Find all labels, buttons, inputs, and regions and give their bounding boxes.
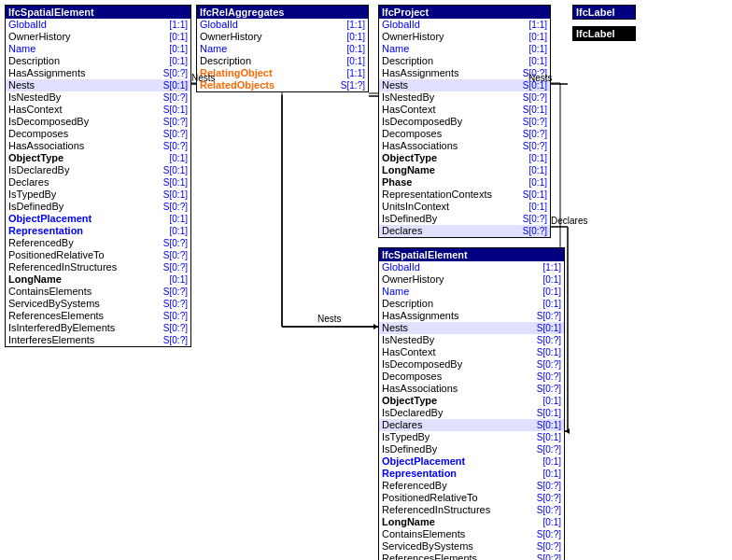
field-p-isdecomposedby: IsDecomposedBy S[0:?]: [379, 116, 550, 128]
field-s2-globalid: GlobalId [1:1]: [379, 261, 564, 273]
field-p-decomposes: Decomposes S[0:?]: [379, 128, 550, 140]
field-p-isnestedby: IsNestedBy S[0:?]: [379, 91, 550, 104]
field-p-name: Name [0:1]: [379, 43, 550, 55]
diagram-container: IfcSpatialElement GlobalId [1:1] OwnerHi…: [0, 0, 732, 560]
field-interfereselements: InterferesElements S[0:?]: [6, 334, 190, 346]
field-name: Name [0:1]: [6, 43, 190, 55]
ifc-spatial-element-box: IfcSpatialElement GlobalId [1:1] OwnerHi…: [5, 5, 191, 347]
field-s2-isdecomposedby: IsDecomposedBy S[0:?]: [379, 358, 564, 371]
field-description: Description [0:1]: [6, 55, 190, 67]
field-ra-globalid: GlobalId [1:1]: [197, 19, 368, 31]
field-referenceselements: ReferencesElements S[0:?]: [6, 310, 190, 322]
field-ra-ownerhistory: OwnerHistory [0:1]: [197, 31, 368, 43]
ifc-project-header: IfcProject: [379, 6, 550, 19]
field-s2-hascontext: HasContext S[0:1]: [379, 346, 564, 358]
ifc-spatial-element-header: IfcSpatialElement: [6, 6, 190, 19]
field-s2-name: Name [0:1]: [379, 286, 564, 298]
field-ra-name: Name [0:1]: [197, 43, 368, 55]
field-s2-objecttype: ObjectType [0:1]: [379, 395, 564, 407]
field-s2-representation: Representation [0:1]: [379, 468, 564, 480]
field-s2-referenceselements: ReferencesElements S[0:?]: [379, 553, 564, 560]
field-s2-positionedrelativeto: PositionedRelativeTo S[0:?]: [379, 492, 564, 504]
field-globalid: GlobalId [1:1]: [6, 19, 190, 31]
field-s2-servicedbysystems: ServicedBySystems S[0:?]: [379, 540, 564, 553]
field-isdecomposedby: IsDecomposedBy S[0:?]: [6, 116, 190, 128]
field-hascontext: HasContext S[0:1]: [6, 104, 190, 116]
field-s2-longname: LongName [0:1]: [379, 516, 564, 528]
field-s2-hasassignments: HasAssignments S[0:?]: [379, 310, 564, 322]
field-s2-ownerhistory: OwnerHistory [0:1]: [379, 273, 564, 286]
field-s2-isnestedby: IsNestedBy S[0:?]: [379, 334, 564, 346]
field-p-hascontext: HasContext S[0:1]: [379, 104, 550, 116]
field-s2-description: Description [0:1]: [379, 298, 564, 310]
field-ra-relatedobjects: RelatedObjects S[1:?]: [197, 79, 368, 91]
field-servicedbysystems: ServicedBySystems S[0:?]: [6, 298, 190, 310]
field-s2-objectplacement: ObjectPlacement [0:1]: [379, 455, 564, 468]
field-s2-hasassociations: HasAssociations S[0:?]: [379, 383, 564, 395]
ifc-spatial-element-2-box: IfcSpatialElement GlobalId [1:1] OwnerHi…: [378, 247, 565, 560]
field-objecttype: ObjectType [0:1]: [6, 152, 190, 164]
field-positionedrelativeto: PositionedRelativeTo S[0:?]: [6, 249, 190, 261]
field-hasassociations: HasAssociations S[0:?]: [6, 140, 190, 152]
field-s2-isdeclaredby: IsDeclaredBy S[0:1]: [379, 407, 564, 419]
field-p-isdefinedby: IsDefinedBy S[0:?]: [379, 213, 550, 225]
field-p-globalid: GlobalId [1:1]: [379, 19, 550, 31]
arrow-head-declares: [565, 428, 570, 434]
field-p-unitsincontext: UnitsInContext [0:1]: [379, 201, 550, 213]
field-p-hasassociations: HasAssociations S[0:?]: [379, 140, 550, 152]
field-s2-isdefinedby: IsDefinedBy S[0:?]: [379, 443, 564, 455]
field-objectplacement: ObjectPlacement [0:1]: [6, 213, 190, 225]
field-p-description: Description [0:1]: [379, 55, 550, 67]
field-istypedby: IsTypedBy S[0:1]: [6, 189, 190, 201]
field-p-longname: LongName [0:1]: [379, 164, 550, 176]
field-p-representationcontexts: RepresentationContexts S[0:1]: [379, 189, 550, 201]
field-p-declares: Declares S[0:?]: [379, 225, 550, 237]
field-isdefinedby: IsDefinedBy S[0:?]: [6, 201, 190, 213]
ifc-label-inner-header: IfcLabel: [573, 27, 635, 40]
field-s2-referencedinstructures: ReferencedInStructures S[0:?]: [379, 504, 564, 516]
field-decomposes: Decomposes S[0:?]: [6, 128, 190, 140]
field-referencedinstructures: ReferencedInStructures S[0:?]: [6, 261, 190, 273]
field-declares: Declares S[0:1]: [6, 176, 190, 189]
declares-label: Declares: [551, 216, 587, 226]
field-ra-description: Description [0:1]: [197, 55, 368, 67]
field-s2-nests: Nests S[0:1]: [379, 322, 564, 334]
ifc-project-box: IfcProject GlobalId [1:1] OwnerHistory […: [378, 5, 551, 238]
ifc-label-inner-box: IfcLabel: [572, 26, 636, 41]
field-isnestedby: IsNestedBy S[0:?]: [6, 91, 190, 104]
ifc-rel-aggregates-box: IfcRelAggregates GlobalId [1:1] OwnerHis…: [196, 5, 369, 92]
field-p-objecttype: ObjectType [0:1]: [379, 152, 550, 164]
field-isdeclaredby: IsDeclaredBy S[0:1]: [6, 164, 190, 176]
field-ownerhistory: OwnerHistory [0:1]: [6, 31, 190, 43]
field-referencedby: ReferencedBy S[0:?]: [6, 237, 190, 249]
ifc-rel-aggregates-header: IfcRelAggregates: [197, 6, 368, 19]
field-containselements: ContainsElements S[0:?]: [6, 286, 190, 298]
field-p-ownerhistory: OwnerHistory [0:1]: [379, 31, 550, 43]
field-hasassignments: HasAssignments S[0:?]: [6, 67, 190, 79]
ifc-spatial-element-2-header: IfcSpatialElement: [379, 248, 564, 261]
ifc-label-box: IfcLabel: [572, 5, 636, 20]
nests-label-2: Nests: [317, 314, 342, 324]
field-s2-declares: Declares S[0:1]: [379, 419, 564, 431]
field-p-nests: Nests S[0:1]: [379, 79, 550, 91]
ifc-label-header: IfcLabel: [573, 6, 635, 19]
field-s2-istypedby: IsTypedBy S[0:1]: [379, 431, 564, 443]
field-s2-containselements: ContainsElements S[0:?]: [379, 528, 564, 540]
field-longname: LongName [0:1]: [6, 273, 190, 286]
field-s2-decomposes: Decomposes S[0:?]: [379, 371, 564, 383]
field-ra-relatingobject: RelatingObject [1:1]: [197, 67, 368, 79]
field-p-phase: Phase [0:1]: [379, 176, 550, 189]
field-isinterferedbyelements: IsInterferedByElements S[0:?]: [6, 322, 190, 334]
field-representation: Representation [0:1]: [6, 225, 190, 237]
field-nests: Nests S[0:1]: [6, 79, 190, 91]
field-s2-referencedby: ReferencedBy S[0:?]: [379, 480, 564, 492]
field-p-hasassignments: HasAssignments S[0:?]: [379, 67, 550, 79]
